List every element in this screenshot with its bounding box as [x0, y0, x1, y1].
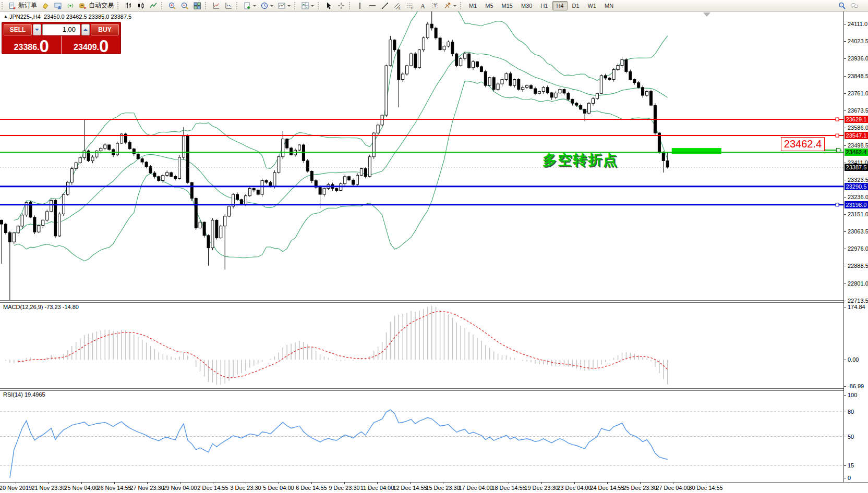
signal-icon — [66, 2, 75, 10]
arrange-horizontal-button[interactable] — [210, 0, 222, 11]
signal-button[interactable] — [64, 0, 77, 11]
dropdown-arrow-icon[interactable] — [453, 5, 456, 8]
eraser-icon — [41, 2, 50, 10]
vertical-line-button[interactable] — [354, 0, 366, 11]
toolbar-grip[interactable] — [294, 2, 297, 9]
buy-button[interactable]: BUY — [91, 24, 119, 35]
chat-button[interactable] — [848, 0, 861, 11]
timeframe-button-d1[interactable]: D1 — [569, 1, 583, 10]
axis-tick-label: 24023.5 — [848, 38, 868, 44]
zoom-out-icon — [180, 2, 189, 10]
time-axis-tick — [213, 482, 213, 484]
new-order-button[interactable]: 新订单 — [6, 0, 39, 11]
layouts-button[interactable] — [299, 0, 316, 11]
toolbar-grip[interactable] — [161, 2, 164, 9]
timeframe-button-m5[interactable]: M5 — [481, 1, 497, 10]
panel-separator[interactable] — [0, 388, 868, 391]
periods-icon — [260, 2, 269, 10]
autotrading-button[interactable]: 自动交易 — [77, 0, 116, 11]
axis-tick-mark — [844, 58, 846, 59]
add-indicator-button[interactable] — [241, 0, 258, 11]
axis-tick-label: 23323.5 — [848, 177, 868, 183]
buy-price[interactable]: 23409.0 — [62, 36, 121, 54]
toolbar-right — [836, 0, 868, 11]
timeframe-button-h4[interactable]: H4 — [552, 1, 567, 10]
toolbar-grip[interactable] — [349, 2, 352, 9]
one-click-trading-panel: SELL 1.00 BUY 23386.0 23409.0 — [2, 22, 121, 54]
main-chart-canvas[interactable] — [0, 11, 843, 300]
time-axis-tick — [180, 482, 180, 484]
zoom-in-button[interactable] — [166, 0, 178, 11]
timeframe-button-mn[interactable]: MN — [601, 1, 617, 10]
templates-button[interactable] — [275, 0, 293, 11]
time-axis-tick — [16, 482, 16, 484]
timeframe-button-m15[interactable]: M15 — [498, 1, 516, 10]
axis-tick-label: 23761.0 — [848, 90, 868, 96]
time-axis-tick — [410, 482, 411, 484]
periods-button[interactable] — [258, 0, 275, 11]
toolbar-grip[interactable] — [460, 2, 463, 9]
volume-decrease-button[interactable] — [33, 24, 41, 35]
macd-panel-canvas[interactable] — [0, 302, 843, 388]
sell-price[interactable]: 23386.0 — [2, 36, 61, 54]
price-label-box: 23547.1 — [845, 132, 868, 139]
timeframe-button-h1[interactable]: H1 — [537, 1, 551, 10]
support-zone-rect — [672, 148, 721, 154]
label-button[interactable]: T — [429, 0, 441, 11]
horizontal-line-button[interactable] — [366, 0, 379, 11]
dropdown-arrow-icon[interactable] — [253, 5, 256, 8]
search-button[interactable] — [836, 0, 848, 11]
volume-increase-button[interactable] — [81, 24, 90, 35]
collapse-icon[interactable]: ▲ — [4, 14, 8, 19]
fibonacci-button[interactable]: F — [404, 0, 416, 11]
timeframe-button-m30[interactable]: M30 — [517, 1, 536, 10]
axis-tick-label: 174.84 — [848, 304, 865, 310]
eraser-button[interactable] — [39, 0, 52, 11]
zoom-out-button[interactable] — [178, 0, 191, 11]
axis-tick-mark — [844, 301, 846, 301]
arrows-button[interactable] — [441, 0, 459, 11]
trendline-icon — [381, 2, 389, 10]
autotrading-icon — [79, 2, 87, 10]
profiles-button[interactable] — [52, 0, 64, 11]
time-axis-tick — [147, 482, 148, 484]
toolbar-grip[interactable] — [236, 2, 239, 9]
tile-windows-button[interactable] — [191, 0, 203, 11]
timeframe-button-m1[interactable]: M1 — [465, 1, 480, 10]
dropdown-arrow-icon[interactable] — [270, 5, 273, 8]
trendline-button[interactable] — [379, 0, 391, 11]
axis-tick-label: 23063.5 — [848, 228, 868, 235]
time-axis[interactable]: 20 Nov 201921 Nov 23:3025 Nov 04:0026 No… — [0, 484, 868, 493]
timeframe-button-w1[interactable]: W1 — [584, 1, 600, 10]
cursor-button[interactable] — [322, 0, 335, 11]
candlestick-button[interactable] — [135, 0, 147, 11]
price-axis[interactable]: 24111.024023.523936.023848.523761.023673… — [843, 11, 868, 482]
axis-tick-mark — [844, 412, 846, 412]
bar-chart-button[interactable] — [122, 0, 135, 11]
dropdown-arrow-icon[interactable] — [287, 5, 291, 8]
text-button[interactable]: A — [416, 0, 429, 11]
rsi-panel-canvas[interactable] — [0, 390, 843, 482]
axis-tick-mark — [844, 284, 846, 284]
toolbar-grip[interactable] — [318, 2, 320, 9]
time-axis-tick — [49, 482, 49, 484]
toolbar-grip[interactable] — [205, 2, 208, 9]
label-icon: T — [431, 2, 439, 10]
sell-button[interactable]: SELL — [4, 24, 32, 35]
toolbar-grip[interactable] — [2, 2, 4, 9]
volume-input[interactable]: 1.00 — [42, 24, 80, 35]
time-axis-tick — [114, 482, 115, 484]
channel-button[interactable]: E — [391, 0, 404, 11]
chart-text-annotation[interactable]: 多空转折点 — [542, 151, 618, 169]
crosshair-button[interactable] — [335, 0, 347, 11]
time-axis-tick — [81, 482, 82, 484]
crosshair-icon — [337, 2, 345, 10]
dropdown-arrow-icon[interactable] — [311, 5, 314, 8]
panel-separator[interactable] — [0, 300, 868, 303]
line-chart-button[interactable] — [147, 0, 160, 11]
arrange-vertical-button[interactable] — [222, 0, 235, 11]
price-callout-box[interactable]: 23462.4 — [781, 137, 825, 151]
axis-tick-mark — [844, 214, 846, 215]
toolbar-grip[interactable] — [117, 2, 120, 9]
chart-shift-marker-icon[interactable] — [703, 13, 710, 17]
